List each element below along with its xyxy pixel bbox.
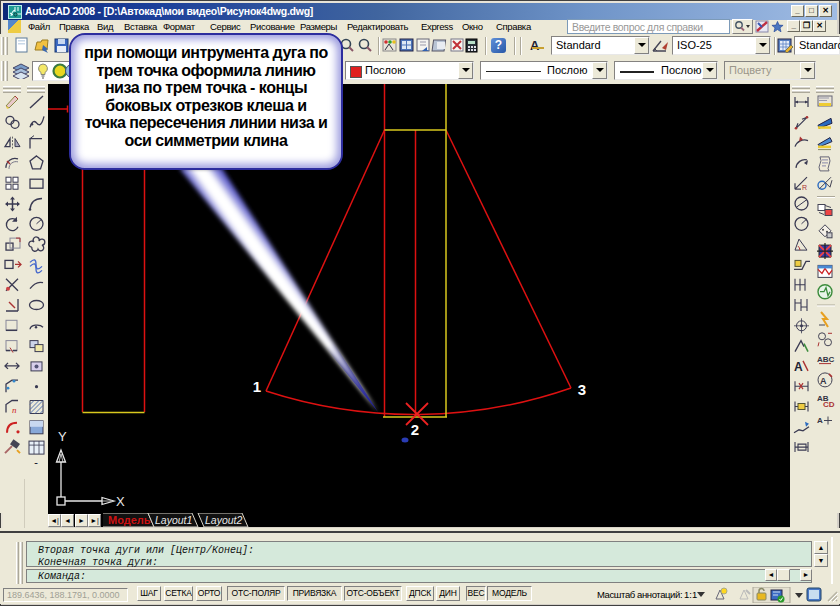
svg-text:1: 1: [253, 378, 261, 395]
svg-text:Модель: Модель: [108, 514, 151, 526]
svg-text:Layout1: Layout1: [155, 514, 192, 526]
svg-text:Y: Y: [58, 429, 67, 444]
svg-text:A: A: [794, 360, 803, 374]
svg-text:A: A: [817, 416, 823, 425]
svg-text:X: X: [116, 494, 125, 509]
svg-text:n: n: [12, 405, 17, 415]
svg-text:Layout2: Layout2: [205, 514, 243, 526]
svg-text:A: A: [820, 376, 827, 386]
svg-text:ABC: ABC: [817, 355, 835, 364]
svg-text:R: R: [802, 184, 807, 191]
svg-text:A: A: [31, 460, 41, 464]
svg-text:2: 2: [411, 421, 419, 438]
svg-text:CD: CD: [823, 400, 835, 409]
svg-text:3: 3: [578, 381, 586, 398]
